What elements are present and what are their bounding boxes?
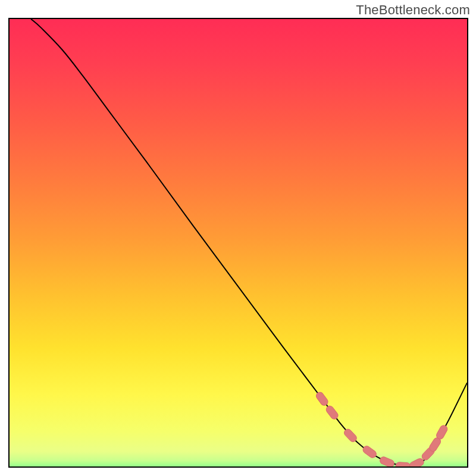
watermark-text: TheBottleneck.com — [356, 2, 470, 18]
valley-marker — [315, 391, 329, 407]
valley-marker — [343, 428, 358, 443]
valley-marker — [435, 424, 449, 440]
valley-marker — [396, 462, 411, 468]
valley-marker — [362, 444, 378, 459]
valley-marker — [325, 405, 340, 421]
valley-marker — [379, 456, 395, 468]
plot-area — [8, 18, 468, 468]
valley-markers — [10, 19, 467, 468]
valley-marker — [409, 458, 425, 468]
